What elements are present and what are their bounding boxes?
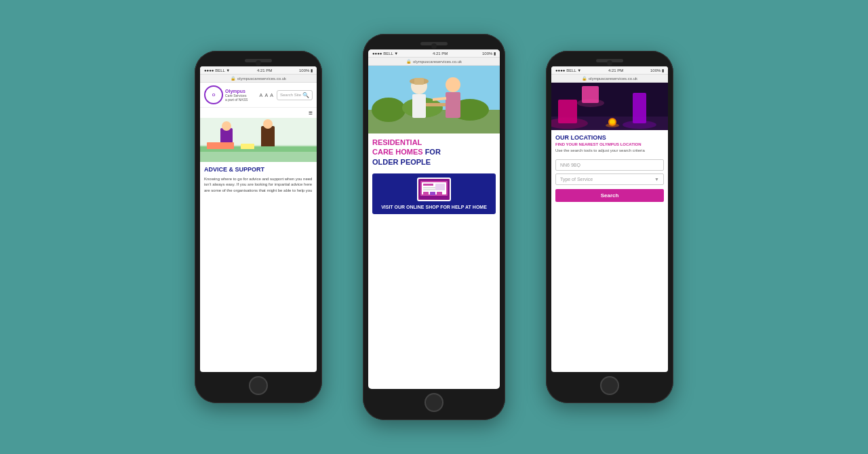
- heading-line1: RESIDENTIAL: [372, 138, 422, 146]
- url-text-3: olympuscareservices.co.uk: [589, 77, 637, 81]
- locations-desc-3: Use the search tools to adjust your sear…: [555, 148, 664, 154]
- shop-banner-2[interactable]: VISIT OUR ONLINE SHOP FOR HELP AT HOME: [372, 173, 496, 214]
- phone-camera-1: [256, 60, 261, 66]
- phone-camera-2: [431, 43, 437, 49]
- tablet-svg: [418, 179, 450, 199]
- svg-rect-9: [241, 144, 254, 149]
- hero-image-3: [551, 83, 668, 130]
- svg-point-20: [446, 77, 460, 92]
- svg-rect-31: [430, 192, 435, 195]
- svg-rect-8: [207, 142, 234, 149]
- service-dropdown-3[interactable]: Type of Service ▼: [555, 173, 664, 185]
- logo-text-1: Olympus Care Services a part of NASS: [225, 89, 248, 102]
- phone1-body: ADVICE & SUPPORT Knowing where to go for…: [200, 162, 317, 372]
- shop-tablet-2: [417, 178, 451, 201]
- phone-screen-2: ●●●● BELL ▼ 4:21 PM 100% ▮ 🔒 olympuscare…: [368, 49, 500, 389]
- home-button-2[interactable]: [425, 393, 443, 412]
- search-icon-1: 🔍: [302, 92, 309, 98]
- home-button-3[interactable]: [600, 376, 619, 395]
- heading-line4: OLDER PEOPLE: [372, 158, 431, 166]
- locations-subtitle-3: FIND YOUR NEAREST OLYMPUS LOCATION: [555, 142, 664, 146]
- residential-title-3: OLDER PEOPLE: [372, 157, 496, 167]
- status-bar-1: ●●●● BELL ▼ 4:21 PM 100% ▮: [200, 66, 317, 75]
- hero-image-1: [200, 118, 317, 162]
- phone-3: ●●●● BELL ▼ 4:21 PM 100% ▮ 🔒 olympuscare…: [546, 51, 673, 403]
- svg-point-4: [222, 121, 231, 131]
- brand-sub2-1: a part of NASS: [225, 98, 248, 102]
- svg-point-6: [263, 119, 273, 129]
- locations-body-3: OUR LOCATIONS FIND YOUR NEAREST OLYMPUS …: [551, 130, 668, 372]
- svg-point-43: [577, 99, 604, 107]
- advice-text-1: Knowing where to go for advice and suppo…: [204, 176, 313, 193]
- svg-rect-18: [414, 78, 424, 85]
- phone3-content: OUR LOCATIONS FIND YOUR NEAREST OLYMPUS …: [551, 83, 668, 372]
- residential-title-1: RESIDENTIAL: [372, 138, 496, 147]
- battery-text-2: 100% ▮: [482, 51, 496, 56]
- postcode-input-3[interactable]: [555, 159, 664, 171]
- address-bar-3: 🔒 olympuscareservices.co.uk: [551, 75, 668, 83]
- hero-image-2: [368, 66, 500, 133]
- battery-text-1: 100% ▮: [299, 68, 313, 73]
- menu-row-1: ≡: [200, 108, 317, 118]
- svg-point-44: [606, 123, 619, 127]
- svg-rect-21: [446, 92, 460, 118]
- svg-rect-28: [423, 189, 435, 190]
- hero-svg-3: [551, 83, 668, 130]
- logo-circle-1: O: [204, 85, 223, 104]
- battery-text-3: 100% ▮: [650, 68, 664, 73]
- svg-rect-26: [423, 184, 433, 186]
- phone-camera-3: [607, 60, 612, 66]
- hero-svg-2: [368, 66, 500, 133]
- lock-icon-2: 🔒: [406, 59, 411, 64]
- logo-area-1: O Olympus Care Services a part of NASS: [204, 85, 248, 104]
- hero-svg-1: [200, 118, 317, 162]
- residential-title-2: CARE HOMES FOR: [372, 147, 496, 157]
- lock-icon-3: 🔒: [582, 76, 587, 81]
- advice-title-1: ADVICE & SUPPORT: [204, 166, 313, 173]
- phone1-header: O Olympus Care Services a part of NASS A…: [200, 83, 317, 108]
- svg-rect-38: [633, 93, 646, 123]
- status-bar-3: ●●●● BELL ▼ 4:21 PM 100% ▮: [551, 66, 668, 75]
- phone2-heading: RESIDENTIAL CARE HOMES FOR OLDER PEOPLE: [368, 133, 500, 171]
- signal-text-2: ●●●● BELL ▼: [372, 51, 398, 56]
- time-text-3: 4:21 PM: [608, 68, 623, 73]
- phone-1: ●●●● BELL ▼ 4:21 PM 100% ▮ 🔒 olympuscare…: [195, 51, 322, 403]
- svg-rect-32: [437, 192, 442, 195]
- svg-point-42: [623, 121, 656, 129]
- header-right-1: A A A Search Site 🔍: [260, 90, 313, 100]
- brand-name-1: Olympus: [225, 89, 248, 94]
- hamburger-icon-1[interactable]: ≡: [309, 109, 313, 117]
- phone1-content: O Olympus Care Services a part of NASS A…: [200, 83, 317, 372]
- search-button-3[interactable]: Search: [555, 189, 664, 202]
- signal-text-1: ●●●● BELL ▼: [204, 68, 230, 73]
- accessibility-text-1: A A A: [260, 93, 274, 98]
- phone-2: ●●●● BELL ▼ 4:21 PM 100% ▮ 🔒 olympuscare…: [363, 34, 505, 420]
- phone2-content: RESIDENTIAL CARE HOMES FOR OLDER PEOPLE: [368, 66, 500, 389]
- search-placeholder-1: Search Site: [280, 93, 301, 97]
- time-text-1: 4:21 PM: [257, 68, 272, 73]
- heading-for: FOR: [425, 148, 441, 156]
- shop-text-2: VISIT OUR ONLINE SHOP FOR HELP AT HOME: [381, 204, 487, 210]
- svg-point-12: [372, 98, 406, 122]
- address-bar-1: 🔒 olympuscareservices.co.uk: [200, 75, 317, 83]
- service-placeholder-3: Type of Service: [560, 177, 593, 182]
- svg-rect-29: [435, 184, 445, 190]
- time-text-2: 4:21 PM: [433, 51, 448, 56]
- home-button-1[interactable]: [249, 376, 268, 395]
- phone-screen-1: ●●●● BELL ▼ 4:21 PM 100% ▮ 🔒 olympuscare…: [200, 66, 317, 372]
- locations-title-3: OUR LOCATIONS: [555, 134, 664, 141]
- svg-rect-30: [423, 192, 429, 195]
- lock-icon-1: 🔒: [231, 76, 235, 81]
- search-box-1[interactable]: Search Site 🔍: [277, 90, 313, 100]
- svg-rect-1: [200, 118, 317, 145]
- svg-rect-27: [423, 187, 437, 188]
- url-text-2: olympuscareservices.co.uk: [413, 60, 462, 64]
- phone-screen-3: ●●●● BELL ▼ 4:21 PM 100% ▮ 🔒 olympuscare…: [551, 66, 668, 372]
- signal-text-3: ●●●● BELL ▼: [555, 68, 581, 73]
- url-text-1: olympuscareservices.co.uk: [237, 77, 286, 81]
- svg-line-22: [433, 98, 446, 100]
- status-bar-2: ●●●● BELL ▼ 4:21 PM 100% ▮: [368, 49, 500, 58]
- dropdown-arrow-icon-3: ▼: [654, 177, 659, 182]
- address-bar-2: 🔒 olympuscareservices.co.uk: [368, 58, 500, 66]
- svg-rect-19: [412, 94, 426, 118]
